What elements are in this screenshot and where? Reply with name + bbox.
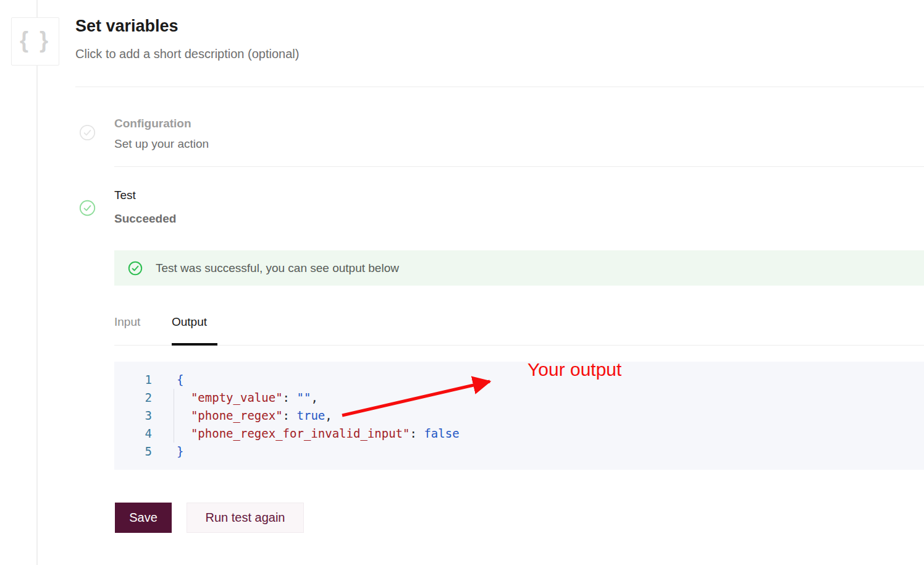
run-test-again-button[interactable]: Run test again: [187, 503, 304, 533]
indent-guide: [174, 389, 174, 443]
code-lines: 1{2 "empty_value": "",3 "phone_regex": t…: [114, 371, 924, 461]
test-status-label: Succeeded: [114, 212, 176, 226]
code-line: 3 "phone_regex": true,: [114, 407, 924, 425]
code-line: 1{: [114, 371, 924, 389]
section-divider: [114, 166, 924, 167]
save-button[interactable]: Save: [115, 503, 172, 533]
output-code-viewer[interactable]: 1{2 "empty_value": "",3 "phone_regex": t…: [114, 362, 924, 470]
check-circle-icon: [128, 261, 143, 276]
header-divider: [75, 87, 924, 87]
tab-output[interactable]: Output: [172, 315, 207, 329]
tabs-divider: [114, 345, 924, 346]
description-placeholder[interactable]: Click to add a short description (option…: [75, 47, 299, 61]
code-line: 2 "empty_value": "",: [114, 389, 924, 407]
check-circle-icon: [79, 124, 96, 141]
configuration-step-subtitle: Set up your action: [114, 137, 209, 151]
tab-input[interactable]: Input: [114, 315, 140, 329]
braces-icon: { }: [20, 27, 51, 56]
success-banner: Test was successful, you can see output …: [114, 250, 924, 286]
code-line: 4 "phone_regex_for_invalid_input": false: [114, 425, 924, 443]
action-detail-panel: { } Set variables Click to add a short d…: [0, 0, 924, 565]
page-title: Set variables: [75, 17, 178, 36]
check-circle-icon: [79, 200, 96, 216]
configuration-step-title[interactable]: Configuration: [114, 117, 191, 130]
set-variables-action-icon[interactable]: { }: [11, 17, 59, 66]
test-step-title[interactable]: Test: [114, 189, 136, 202]
success-banner-message: Test was successful, you can see output …: [156, 261, 399, 275]
workflow-timeline-connector: [36, 0, 38, 565]
active-tab-underline: [172, 343, 217, 346]
code-line: 5}: [114, 443, 924, 461]
